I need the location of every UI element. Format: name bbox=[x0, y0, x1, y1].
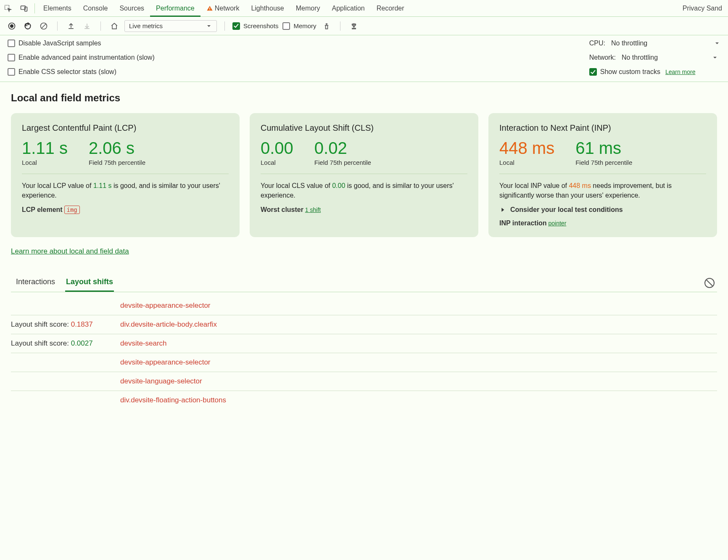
performance-content: Local and field metrics Largest Contentf… bbox=[0, 82, 728, 420]
checkbox-icon bbox=[282, 22, 290, 30]
devtools-tab-bar: Elements Console Sources Performance Net… bbox=[0, 0, 728, 17]
performance-settings: Disable JavaScript samples Enable advanc… bbox=[0, 35, 728, 82]
inp-description: Your local INP value of 448 ms needs imp… bbox=[499, 181, 706, 200]
shift-element: div.devsite-article-body.clearfix bbox=[120, 320, 217, 329]
device-toolbar-icon[interactable] bbox=[16, 0, 32, 17]
cpu-throttle-value: No throttling bbox=[611, 40, 647, 47]
lcp-card-title: Largest Contentful Paint (LCP) bbox=[22, 123, 229, 133]
tab-console[interactable]: Console bbox=[77, 0, 114, 17]
layout-shift-row[interactable]: Layout shift score: 0.0027 devsite-searc… bbox=[11, 334, 717, 353]
inp-card: Interaction to Next Paint (INP) 448 ms L… bbox=[488, 113, 717, 237]
css-selector-stats-checkbox[interactable]: Enable CSS selector stats (slow) bbox=[8, 68, 155, 76]
tab-lighthouse[interactable]: Lighthouse bbox=[245, 0, 290, 17]
css-selector-stats-label: Enable CSS selector stats (slow) bbox=[18, 68, 116, 76]
shift-element: div.devsite-floating-action-buttons bbox=[120, 396, 226, 404]
cls-cluster-row: Worst cluster 1 shift bbox=[261, 206, 467, 214]
lcp-field-label: Field 75th percentile bbox=[89, 159, 145, 166]
inp-interaction-row: INP interaction pointer bbox=[499, 219, 706, 227]
network-throttle-select[interactable]: No throttling bbox=[622, 54, 718, 61]
clear-icon[interactable] bbox=[38, 20, 50, 32]
shift-score-value: 0.1837 bbox=[71, 320, 93, 328]
chevron-down-icon bbox=[714, 40, 720, 47]
cls-card: Cumulative Layout Shift (CLS) 0.00 Local… bbox=[250, 113, 478, 237]
chevron-down-icon bbox=[712, 54, 718, 61]
record-icon[interactable] bbox=[6, 20, 18, 32]
advanced-paint-label: Enable advanced paint instrumentation (s… bbox=[18, 54, 155, 61]
learn-more-field-data-link[interactable]: Learn more about local and field data bbox=[11, 247, 129, 256]
shift-element: devsite-appearance-selector bbox=[120, 301, 211, 310]
custom-tracks-checkbox[interactable]: Show custom tracks bbox=[589, 68, 660, 76]
lcp-element-tag[interactable]: img bbox=[64, 206, 80, 214]
cls-cluster-link[interactable]: 1 shift bbox=[305, 206, 321, 213]
divider bbox=[224, 21, 225, 31]
shift-element: devsite-search bbox=[120, 339, 167, 348]
shift-score-value: 0.0027 bbox=[71, 339, 93, 347]
cpu-throttle-label: CPU: bbox=[589, 40, 605, 47]
tab-layout-shifts[interactable]: Layout shifts bbox=[65, 274, 114, 292]
tab-interactions[interactable]: Interactions bbox=[15, 274, 56, 292]
network-throttle-value: No throttling bbox=[622, 54, 658, 61]
tab-application[interactable]: Application bbox=[326, 0, 370, 17]
reload-icon[interactable] bbox=[22, 20, 34, 32]
screenshots-checkbox[interactable]: Screenshots bbox=[232, 22, 278, 30]
divider bbox=[100, 21, 101, 31]
lcp-card: Largest Contentful Paint (LCP) 1.11 s Lo… bbox=[11, 113, 240, 237]
garbage-collect-icon[interactable] bbox=[321, 20, 332, 32]
memory-label: Memory bbox=[293, 22, 316, 29]
layout-shift-list: devsite-appearance-selector Layout shift… bbox=[11, 296, 717, 409]
cls-local-value: 0.00 bbox=[261, 139, 293, 157]
network-throttle-label: Network: bbox=[589, 54, 616, 61]
memory-checkbox[interactable]: Memory bbox=[282, 22, 316, 30]
lcp-local-value: 1.11 s bbox=[22, 139, 68, 157]
advanced-paint-checkbox[interactable]: Enable advanced paint instrumentation (s… bbox=[8, 54, 155, 61]
layout-shift-row[interactable]: Layout shift score: 0.1837 div.devsite-a… bbox=[11, 315, 717, 334]
inp-local-value: 448 ms bbox=[499, 139, 554, 157]
warning-icon bbox=[206, 5, 213, 12]
layout-shift-row[interactable]: devsite-language-selector bbox=[11, 372, 717, 391]
shift-element: devsite-language-selector bbox=[120, 377, 202, 386]
cls-field-label: Field 75th percentile bbox=[314, 159, 371, 166]
checkbox-icon bbox=[232, 22, 240, 30]
tab-performance[interactable]: Performance bbox=[150, 0, 200, 17]
clear-list-icon[interactable] bbox=[704, 278, 715, 288]
lcp-local-label: Local bbox=[22, 159, 68, 166]
inp-local-label: Local bbox=[499, 159, 554, 166]
tab-elements[interactable]: Elements bbox=[37, 0, 77, 17]
perspective-select[interactable]: Live metrics bbox=[124, 20, 217, 32]
upload-icon[interactable] bbox=[65, 20, 77, 32]
svg-line-8 bbox=[42, 24, 46, 28]
cpu-throttle-select[interactable]: No throttling bbox=[611, 40, 720, 47]
custom-tracks-label: Show custom tracks bbox=[600, 68, 660, 76]
tab-privacy[interactable]: Privacy Sand bbox=[677, 0, 728, 17]
layout-shift-row[interactable]: div.devsite-floating-action-buttons bbox=[11, 391, 717, 409]
layout-shift-row[interactable]: devsite-appearance-selector bbox=[11, 353, 717, 372]
checkbox-icon bbox=[8, 40, 15, 47]
home-icon[interactable] bbox=[108, 20, 120, 32]
tab-memory[interactable]: Memory bbox=[290, 0, 326, 17]
layout-shift-row[interactable]: devsite-appearance-selector bbox=[11, 296, 717, 315]
cls-card-title: Cumulative Layout Shift (CLS) bbox=[261, 123, 467, 133]
checkbox-icon bbox=[8, 68, 15, 76]
chevron-down-icon bbox=[206, 23, 212, 29]
divider bbox=[57, 21, 58, 31]
tab-network[interactable]: Network bbox=[200, 0, 245, 17]
section-title: Local and field metrics bbox=[11, 92, 717, 104]
svg-rect-4 bbox=[209, 9, 210, 10]
inp-interaction-link[interactable]: pointer bbox=[549, 220, 567, 227]
lcp-field-value: 2.06 s bbox=[89, 139, 145, 157]
tab-sources[interactable]: Sources bbox=[113, 0, 150, 17]
checkbox-icon bbox=[589, 68, 597, 76]
inspect-element-icon[interactable] bbox=[0, 0, 16, 17]
inp-disclosure[interactable]: Consider your local test conditions bbox=[499, 206, 706, 214]
tab-recorder[interactable]: Recorder bbox=[371, 0, 410, 17]
tab-network-label: Network bbox=[215, 5, 240, 12]
shortcuts-icon[interactable] bbox=[348, 20, 360, 32]
learn-more-link[interactable]: Learn more bbox=[665, 69, 696, 75]
shift-element: devsite-appearance-selector bbox=[120, 358, 211, 367]
shift-score-label: Layout shift score: bbox=[11, 320, 71, 328]
cls-field-value: 0.02 bbox=[314, 139, 371, 157]
perspective-select-label: Live metrics bbox=[129, 22, 163, 29]
disable-js-samples-checkbox[interactable]: Disable JavaScript samples bbox=[8, 40, 155, 47]
inp-field-value: 61 ms bbox=[575, 139, 632, 157]
download-icon[interactable] bbox=[81, 20, 93, 32]
